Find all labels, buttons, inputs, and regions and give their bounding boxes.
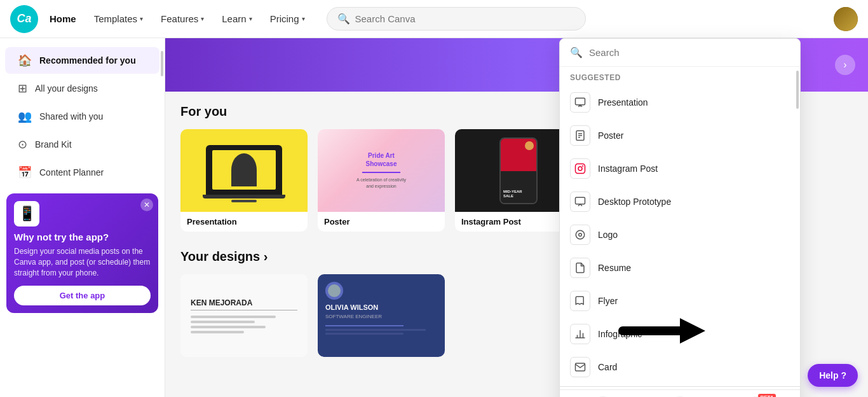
dropdown-item-label: Infographic bbox=[598, 329, 642, 339]
dropdown-item-card[interactable]: Card bbox=[560, 351, 800, 384]
card-presentation-label: Presentation bbox=[180, 212, 308, 232]
calendar-icon: 📅 bbox=[18, 165, 32, 179]
card-poster[interactable]: Pride ArtShowcase A celebration of creat… bbox=[318, 129, 445, 232]
dropdown-item-label: Desktop Prototype bbox=[598, 197, 671, 207]
flyer-icon bbox=[570, 291, 590, 311]
your-designs-title[interactable]: Your designs › bbox=[180, 249, 268, 264]
dropdown-item-label: Flyer bbox=[598, 296, 618, 306]
help-button[interactable]: Help ? bbox=[808, 364, 858, 387]
nav-learn-label: Learn bbox=[222, 13, 246, 24]
dropdown-item-label: Logo bbox=[598, 230, 618, 240]
dropdown-item-instagram[interactable]: Instagram Post bbox=[560, 152, 800, 185]
card-poster-thumb: Pride ArtShowcase A celebration of creat… bbox=[318, 129, 445, 212]
dropdown-search-bar[interactable]: 🔍 bbox=[560, 39, 800, 67]
promo-icon: 📱 bbox=[14, 201, 39, 226]
dropdown-search-icon: 🔍 bbox=[570, 46, 583, 59]
nav-pricing[interactable]: Pricing ▾ bbox=[264, 8, 311, 29]
poster-icon bbox=[570, 125, 590, 146]
svg-point-7 bbox=[578, 167, 582, 171]
grid-icon: ⊞ bbox=[18, 81, 27, 95]
search-icon: 🔍 bbox=[337, 13, 350, 25]
sidebar: 🏠 Recommended for you ⊞ All your designs… bbox=[0, 38, 165, 397]
dropdown-item-resume[interactable]: Resume bbox=[560, 251, 800, 284]
cv-thumb: OLIVIA WILSON SOFTWARE ENGINEER bbox=[318, 274, 445, 357]
nav-features[interactable]: Features ▾ bbox=[154, 8, 210, 29]
sidebar-item-recommended[interactable]: 🏠 Recommended for you bbox=[5, 47, 159, 74]
chevron-down-icon: ▾ bbox=[302, 15, 305, 22]
svg-point-10 bbox=[576, 230, 585, 239]
nav-templates[interactable]: Templates ▾ bbox=[88, 8, 149, 29]
dropdown-item-label: Card bbox=[598, 362, 617, 372]
app-promo: ✕ 📱 Why not try the app? Design your soc… bbox=[6, 193, 158, 313]
card-presentation[interactable]: Presentation bbox=[180, 129, 308, 232]
promo-text: Design your social media posts on the Ca… bbox=[14, 246, 151, 278]
chevron-down-icon: ▾ bbox=[249, 15, 252, 22]
logo-text: Ca bbox=[17, 12, 31, 25]
dropdown-item-label: Poster bbox=[598, 130, 623, 141]
dropdown-item-presentation[interactable]: Presentation bbox=[560, 86, 800, 119]
dropdown-scrollbar[interactable] bbox=[796, 71, 799, 109]
dropdown-item-label: Presentation bbox=[598, 97, 648, 108]
brand-icon: ⊙ bbox=[18, 137, 27, 151]
header: Ca Home Templates ▾ Features ▾ Learn ▾ P… bbox=[0, 0, 868, 38]
sidebar-item-label: Brand Kit bbox=[35, 139, 72, 150]
sidebar-item-label: All your designs bbox=[35, 83, 98, 94]
dropdown-section-label: Suggested bbox=[560, 67, 800, 86]
resume-icon bbox=[570, 258, 590, 278]
search-bar[interactable]: 🔍 bbox=[327, 7, 586, 31]
sidebar-item-label: Content Planner bbox=[39, 167, 104, 178]
chevron-down-icon: ▾ bbox=[140, 15, 143, 22]
nav-pricing-label: Pricing bbox=[270, 13, 299, 24]
nav-learn[interactable]: Learn ▾ bbox=[215, 8, 258, 29]
canva-logo[interactable]: Ca bbox=[10, 5, 38, 33]
avatar[interactable] bbox=[834, 7, 858, 31]
get-app-button[interactable]: Get the app bbox=[14, 286, 151, 305]
desktop-icon bbox=[570, 192, 590, 212]
your-design-resume[interactable]: KEN MEJORADA bbox=[180, 274, 308, 357]
svg-point-11 bbox=[579, 233, 582, 237]
sidebar-item-content-planner[interactable]: 📅 Content Planner bbox=[5, 159, 159, 186]
card-icon bbox=[570, 357, 590, 377]
svg-rect-0 bbox=[576, 98, 585, 105]
nav-features-label: Features bbox=[161, 13, 198, 24]
chevron-down-icon: ▾ bbox=[201, 15, 204, 22]
resume-thumb: KEN MEJORADA bbox=[180, 274, 308, 357]
nav-templates-label: Templates bbox=[94, 13, 137, 24]
svg-point-8 bbox=[583, 166, 583, 167]
beta-badge: BETA bbox=[758, 394, 775, 397]
nav-home[interactable]: Home bbox=[43, 8, 83, 29]
promo-title: Why not try the app? bbox=[14, 232, 151, 242]
card-presentation-thumb bbox=[180, 129, 308, 212]
sidebar-item-label: Shared with you bbox=[39, 111, 103, 122]
sidebar-item-shared[interactable]: 👥 Shared with you bbox=[5, 103, 159, 130]
dropdown-item-label: Instagram Post bbox=[598, 164, 658, 174]
people-icon: 👥 bbox=[18, 109, 32, 123]
dropdown-search-input[interactable] bbox=[589, 47, 790, 58]
card-poster-label: Poster bbox=[318, 212, 445, 232]
dropdown-item-poster[interactable]: Poster bbox=[560, 119, 800, 152]
sidebar-item-brand[interactable]: ⊙ Brand Kit bbox=[5, 131, 159, 158]
logo-icon bbox=[570, 225, 590, 245]
presentation-icon bbox=[570, 92, 590, 113]
sidebar-item-all-designs[interactable]: ⊞ All your designs bbox=[5, 75, 159, 102]
svg-rect-9 bbox=[576, 197, 585, 204]
dropdown-item-flyer[interactable]: Flyer bbox=[560, 284, 800, 317]
sidebar-item-label: Recommended for you bbox=[39, 55, 136, 66]
search-dropdown: 🔍 Suggested Presentation Poster Instagra… bbox=[559, 38, 801, 397]
home-icon: 🏠 bbox=[18, 53, 32, 67]
dropdown-item-infographic[interactable]: Infographic bbox=[560, 317, 800, 351]
promo-close-button[interactable]: ✕ bbox=[140, 198, 153, 211]
dropdown-item-logo[interactable]: Logo bbox=[560, 218, 800, 251]
dropdown-item-label: Resume bbox=[598, 263, 631, 273]
infographic-icon bbox=[570, 324, 590, 344]
sidebar-scrollbar[interactable] bbox=[161, 51, 163, 76]
instagram-icon bbox=[570, 158, 590, 179]
dropdown-item-desktop-proto[interactable]: Desktop Prototype bbox=[560, 185, 800, 218]
banner-next-button[interactable]: › bbox=[835, 55, 855, 75]
search-input[interactable] bbox=[355, 13, 575, 24]
your-design-cv[interactable]: OLIVIA WILSON SOFTWARE ENGINEER bbox=[318, 274, 445, 357]
svg-rect-6 bbox=[576, 164, 585, 174]
